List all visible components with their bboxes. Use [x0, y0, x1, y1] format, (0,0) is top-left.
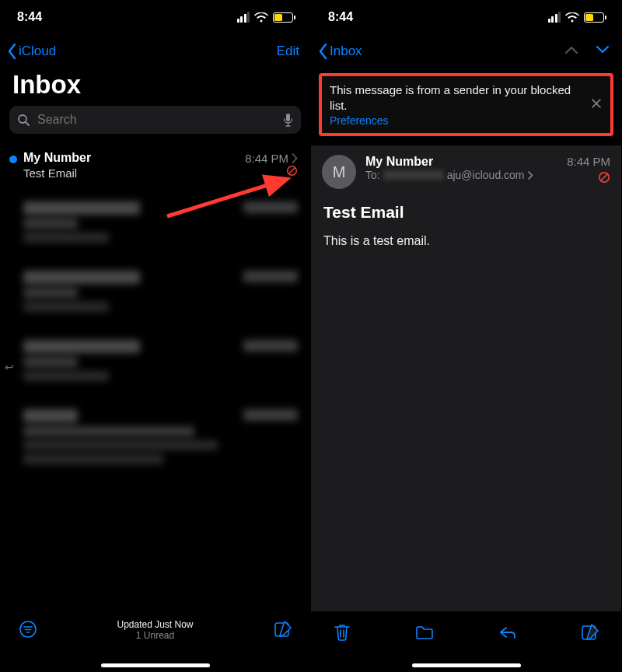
compose-button[interactable]: [271, 619, 293, 639]
chevron-right-icon: [528, 171, 533, 180]
to-redacted: [383, 170, 444, 180]
reply-icon: [498, 624, 518, 641]
mail-meta: 8:44 PM: [245, 152, 298, 165]
back-label: Inbox: [330, 44, 362, 59]
prev-message-button[interactable]: [564, 44, 579, 58]
message-body-area[interactable]: M My Number To: aju@icloud.com 8:44 PM T…: [311, 145, 621, 611]
nav-bar: iCloud Edit: [0, 34, 310, 68]
mail-sender: My Number: [23, 151, 91, 165]
wifi-icon: [254, 12, 268, 23]
status-bar: 8:44: [311, 0, 621, 34]
search-input[interactable]: [36, 112, 277, 128]
status-icons: [548, 12, 605, 23]
search-icon: [17, 114, 30, 126]
svg-rect-2: [286, 114, 290, 121]
footer-unread: 1 Unread: [0, 630, 310, 641]
mail-row-redacted[interactable]: [0, 187, 310, 257]
svg-line-4: [289, 168, 295, 174]
mail-list[interactable]: My Number 8:44 PM Test Email ↩: [0, 143, 310, 611]
footer-status: Updated Just Now: [0, 619, 310, 630]
edit-button[interactable]: Edit: [277, 44, 299, 59]
mail-row-redacted[interactable]: ↩: [0, 326, 310, 395]
search-field[interactable]: [9, 106, 301, 134]
replied-icon: ↩: [5, 361, 14, 373]
chevron-down-icon: [595, 44, 610, 55]
chevron-up-icon: [564, 44, 579, 55]
to-suffix: aju@icloud.com: [447, 169, 525, 181]
inbox-screen: 8:44 iCloud Edit Inbox My Number 8:44 PM: [0, 0, 311, 672]
status-bar: 8:44: [0, 0, 310, 34]
mail-time: 8:44 PM: [245, 152, 288, 165]
close-icon: [590, 97, 603, 110]
mail-subject: Test Email: [23, 166, 77, 180]
message-time: 8:44 PM: [567, 155, 610, 168]
back-button[interactable]: iCloud: [6, 43, 56, 60]
status-time: 8:44: [328, 10, 353, 24]
mail-row-redacted[interactable]: [0, 395, 310, 478]
battery-icon: [273, 12, 293, 23]
blocked-icon: [286, 165, 298, 177]
chevron-left-icon: [317, 43, 328, 60]
nav-bar: Inbox: [311, 34, 621, 68]
preferences-link[interactable]: Preferences: [330, 114, 603, 127]
next-message-button[interactable]: [595, 44, 610, 58]
mail-row-redacted[interactable]: [0, 257, 310, 326]
home-indicator[interactable]: [101, 663, 210, 667]
status-footer: Updated Just Now 1 Unread: [0, 619, 310, 641]
home-indicator[interactable]: [412, 663, 521, 667]
to-prefix: To:: [365, 169, 380, 181]
message-from[interactable]: My Number: [365, 155, 557, 169]
message-body: This is a test email.: [311, 229, 621, 253]
message-header: M My Number To: aju@icloud.com 8:44 PM: [311, 145, 621, 195]
banner-close-button[interactable]: [590, 97, 603, 113]
wifi-icon: [565, 12, 579, 23]
banner-text: This message is from a sender in your bl…: [330, 82, 603, 113]
move-button[interactable]: [414, 622, 435, 642]
back-button[interactable]: Inbox: [317, 43, 362, 60]
blocked-sender-banner: This message is from a sender in your bl…: [319, 73, 613, 136]
unread-dot-icon: [9, 156, 17, 163]
microphone-icon[interactable]: [283, 113, 293, 127]
message-to[interactable]: To: aju@icloud.com: [365, 169, 557, 181]
filter-button[interactable]: [17, 619, 39, 639]
back-label: iCloud: [19, 44, 56, 59]
cellular-icon: [548, 12, 561, 23]
toolbar: Updated Just Now 1 Unread: [0, 611, 310, 672]
chevron-right-icon: [292, 153, 298, 163]
page-title: Inbox: [0, 68, 310, 106]
toolbar: [311, 611, 621, 672]
delete-button[interactable]: [331, 622, 353, 642]
svg-line-12: [601, 174, 607, 180]
cellular-icon: [237, 12, 250, 23]
message-screen: 8:44 Inbox This message is from a sender…: [311, 0, 622, 672]
status-icons: [237, 12, 294, 23]
folder-icon: [414, 624, 435, 641]
avatar[interactable]: M: [322, 155, 356, 189]
svg-line-1: [26, 122, 29, 125]
mail-row[interactable]: My Number 8:44 PM Test Email: [0, 143, 310, 187]
trash-icon: [334, 623, 351, 642]
compose-icon: [580, 623, 599, 642]
chevron-left-icon: [6, 43, 17, 60]
compose-button[interactable]: [579, 622, 601, 642]
battery-icon: [584, 12, 604, 23]
reply-button[interactable]: [497, 622, 519, 642]
status-time: 8:44: [17, 10, 42, 24]
blocked-icon: [567, 171, 610, 184]
message-subject: Test Email: [311, 195, 621, 229]
